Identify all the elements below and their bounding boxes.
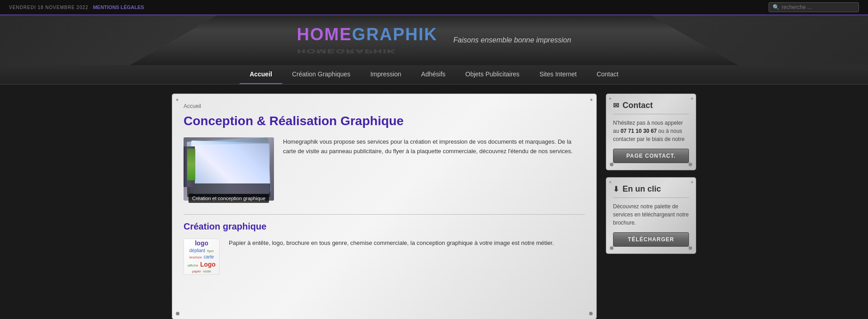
main-content: Accueil Conception & Réalisation Graphiq… (163, 94, 705, 319)
download-title-label: En un clic (623, 184, 661, 194)
logo-container: HomeGraphik HOMEGRAPHIK Faisons ensemble… (297, 25, 571, 56)
sidebar: ✉ Contact N'hésitez pas à nous appeler a… (606, 94, 696, 319)
contact-page-button[interactable]: PAGE CONTACT. (613, 149, 689, 163)
search-icon: 🔍 (773, 4, 779, 10)
nav-item-objets-publicitaires[interactable]: Objets Publicitaires (455, 65, 529, 84)
section-divider (184, 214, 585, 215)
widget2-corner-bl (610, 246, 613, 250)
search-container: 🔍 (769, 2, 859, 12)
top-bar: VENDREDI 18 NOVEMBRE 2022 MENTIONS LÉGAL… (0, 0, 868, 15)
top-bar-date: VENDREDI 18 NOVEMBRE 2022 (9, 5, 89, 10)
top-bar-left: VENDREDI 18 NOVEMBRE 2022 MENTIONS LÉGAL… (9, 5, 144, 10)
main-image (184, 137, 274, 201)
search-input[interactable] (782, 4, 854, 10)
logo: HomeGraphik HOMEGRAPHIK (297, 25, 438, 56)
section-text: Papier à entête, logo, brochure en tous … (229, 239, 554, 248)
corner-decoration-bl (176, 312, 179, 315)
section-image: logo dépliant flyer brochure carte affic… (184, 239, 220, 275)
nav-item-creation-graphiques[interactable]: Création Graphiques (282, 65, 360, 84)
download-widget-title: ⬇ En un clic (613, 184, 689, 198)
nav-item-accueil[interactable]: Accueil (240, 65, 282, 84)
logo-tagline: Faisons ensemble bonne impression (453, 36, 571, 44)
logo-text: HomeGraphik (297, 25, 438, 44)
header-content: HomeGraphik HOMEGRAPHIK Faisons ensemble… (297, 25, 571, 56)
widget-corner-br (689, 163, 692, 166)
contact-phone: 07 71 10 30 67 (621, 128, 657, 134)
site-header: HomeGraphik HOMEGRAPHIK Faisons ensemble… (0, 15, 868, 65)
main-title: Conception & Réalisation Graphique (184, 114, 585, 128)
download-widget: ⬇ En un clic Découvrez notre palette de … (606, 177, 696, 254)
contact-widget-text: N'hésitez pas à nous appeler au 07 71 10… (613, 119, 689, 143)
content-block: Création et conception graphique Homegra… (184, 137, 585, 201)
image-tooltip: Création et conception graphique (189, 194, 269, 203)
main-image-container: Création et conception graphique (184, 137, 274, 201)
main-panel: Accueil Conception & Réalisation Graphiq… (172, 94, 597, 319)
corner-decoration-br (589, 312, 593, 315)
contact-title-label: Contact (623, 101, 653, 110)
main-navigation: Accueil Création Graphiques Impression A… (0, 65, 868, 84)
section-title: Création graphique (184, 221, 585, 232)
download-widget-text: Découvrez notre palette de services en t… (613, 202, 689, 227)
wordcloud: logo dépliant flyer brochure carte affic… (184, 239, 219, 275)
section-content: logo dépliant flyer brochure carte affic… (184, 239, 585, 275)
nav-item-adhesifs[interactable]: Adhésifs (411, 65, 456, 84)
logo-home: Home (297, 25, 352, 44)
nav-item-impression[interactable]: Impression (360, 65, 411, 84)
mentions-legales-link[interactable]: MENTIONS LÉGALES (93, 5, 144, 10)
nav-item-contact[interactable]: Contact (587, 65, 628, 84)
widget2-corner-br (689, 246, 692, 250)
download-icon: ⬇ (613, 185, 619, 193)
mail-icon: ✉ (613, 101, 619, 110)
breadcrumb: Accueil (184, 103, 585, 109)
widget-corner-bl (610, 163, 613, 166)
logo-reflection: HOMEGRAPHIK (297, 47, 438, 55)
main-text: Homegraphik vous propose ses services po… (283, 137, 585, 201)
contact-widget: ✉ Contact N'hésitez pas à nous appeler a… (606, 94, 696, 170)
nav-item-sites-internet[interactable]: Sites Internet (529, 65, 587, 84)
download-button[interactable]: TÉLÉCHARGER (613, 232, 689, 247)
contact-widget-title: ✉ Contact (613, 101, 689, 114)
logo-graphik: Graphik (352, 25, 438, 44)
